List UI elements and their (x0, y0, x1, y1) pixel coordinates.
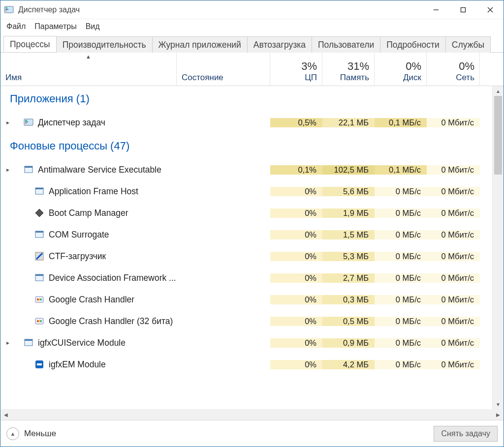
network-value: 0 Мбит/с (427, 118, 480, 127)
scroll-up-icon[interactable]: ▲ (493, 86, 504, 96)
process-name: Google Crash Handler (32 бита) (49, 316, 173, 327)
cpu-value: 0% (270, 209, 322, 218)
horizontal-scrollbar[interactable]: ◀ ▶ (0, 409, 504, 420)
table-row[interactable]: CTF-загрузчик0%5,3 МБ0 МБ/с0 Мбит/с (0, 245, 492, 267)
tab-users[interactable]: Пользователи (312, 36, 380, 53)
process-name: igfxCUIService Module (38, 338, 126, 348)
group-header: Фоновые процессы (47) (0, 133, 492, 159)
col-memory[interactable]: 31%Память (322, 53, 375, 86)
table-row[interactable]: ▸Диспетчер задач0,5%22,1 МБ0,1 МБ/с0 Мби… (0, 112, 492, 133)
app-icon (34, 251, 45, 262)
table-row[interactable]: Google Crash Handler0%0,3 МБ0 МБ/с0 Мбит… (0, 289, 492, 310)
tab-services[interactable]: Службы (445, 36, 491, 53)
cpu-value: 0% (270, 187, 322, 196)
footer: ▲ Меньше Снять задачу (0, 420, 504, 447)
network-value: 0 Мбит/с (427, 209, 480, 218)
memory-value: 1,5 МБ (322, 230, 375, 239)
table-row[interactable]: COM Surrogate0%1,5 МБ0 МБ/с0 Мбит/с (0, 224, 492, 245)
cpu-value: 0% (270, 273, 322, 283)
svg-rect-5 (461, 7, 465, 12)
table-row[interactable]: ▸igfxCUIService Module0%0,9 МБ0 МБ/с0 Мб… (0, 332, 492, 354)
menu-file[interactable]: Файл (3, 21, 29, 32)
process-list: Приложения (1)▸Диспетчер задач0,5%22,1 М… (0, 86, 493, 409)
tab-processes[interactable]: Процессы (3, 36, 57, 52)
memory-value: 22,1 МБ (322, 118, 375, 127)
disk-value: 0,1 МБ/с (375, 118, 427, 127)
tab-startup[interactable]: Автозагрузка (247, 36, 312, 53)
svg-rect-34 (37, 363, 42, 365)
group-header: Приложения (1) (0, 86, 492, 112)
cpu-value: 0,5% (270, 118, 322, 127)
menu-view[interactable]: Вид (83, 21, 103, 32)
col-disk[interactable]: 0%Диск (375, 53, 427, 86)
svg-rect-2 (5, 9, 8, 10)
svg-rect-9 (25, 120, 27, 121)
svg-rect-3 (5, 10, 7, 11)
memory-value: 0,5 МБ (322, 317, 375, 326)
scroll-left-icon[interactable]: ◀ (0, 412, 11, 417)
process-name: COM Surrogate (49, 230, 109, 240)
col-state[interactable]: Состояние (177, 53, 270, 86)
app-icon (34, 229, 45, 240)
end-task-button[interactable]: Снять задачу (434, 426, 498, 442)
disk-value: 0 МБ/с (375, 187, 427, 196)
tab-performance[interactable]: Производительность (56, 36, 153, 53)
col-name[interactable]: ▲ Имя (0, 53, 177, 86)
memory-value: 102,5 МБ (322, 165, 375, 175)
network-value: 0 Мбит/с (427, 360, 480, 369)
expand-icon[interactable]: ▸ (3, 166, 12, 173)
process-name: Application Frame Host (49, 186, 138, 197)
vertical-scrollbar[interactable]: ▲ ▼ (493, 86, 504, 409)
process-name: Antimalware Service Executable (38, 165, 161, 175)
tab-details[interactable]: Подробности (380, 36, 446, 53)
table-row[interactable]: ▸Antimalware Service Executable0,1%102,5… (0, 159, 492, 180)
cpu-value: 0% (270, 360, 322, 369)
app-icon (23, 164, 34, 175)
app-icon (23, 117, 34, 128)
expand-icon[interactable]: ▸ (3, 339, 12, 346)
menu-options[interactable]: Параметры (32, 21, 79, 32)
process-name: CTF-загрузчик (49, 251, 106, 262)
minimize-button[interactable] (422, 0, 449, 19)
svg-rect-13 (25, 166, 32, 168)
scroll-thumb[interactable] (494, 96, 502, 175)
process-name: igfxEM Module (49, 359, 106, 370)
svg-rect-1 (5, 7, 7, 8)
maximize-button[interactable] (449, 0, 476, 19)
svg-rect-22 (35, 274, 43, 276)
expand-icon[interactable]: ▸ (3, 119, 12, 126)
table-row[interactable]: igfxEM Module0%4,2 МБ0 МБ/с0 Мбит/с (0, 354, 492, 375)
memory-value: 2,7 МБ (322, 273, 375, 283)
table-row[interactable]: Application Frame Host0%5,6 МБ0 МБ/с0 Мб… (0, 180, 492, 202)
fewer-details-button[interactable]: ▲ Меньше (6, 427, 56, 440)
col-cpu[interactable]: 3%ЦП (270, 53, 322, 86)
disk-value: 0 МБ/с (375, 338, 427, 348)
scroll-right-icon[interactable]: ▶ (493, 412, 504, 417)
memory-value: 5,3 МБ (322, 252, 375, 261)
titlebar: Диспетчер задач (0, 0, 504, 19)
tab-apphistory[interactable]: Журнал приложений (152, 36, 248, 53)
app-icon (34, 294, 45, 305)
app-icon (23, 337, 34, 348)
memory-value: 0,9 МБ (322, 338, 375, 348)
network-value: 0 Мбит/с (427, 273, 480, 283)
close-button[interactable] (476, 0, 504, 19)
disk-value: 0 МБ/с (375, 252, 427, 261)
cpu-value: 0% (270, 317, 322, 326)
table-row[interactable]: Google Crash Handler (32 бита)0%0,5 МБ0 … (0, 310, 492, 332)
col-network[interactable]: 0%Сеть (427, 53, 480, 86)
cpu-value: 0% (270, 295, 322, 304)
svg-rect-10 (25, 121, 28, 122)
table-row[interactable]: Device Association Framework ...0%2,7 МБ… (0, 267, 492, 289)
disk-value: 0 МБ/с (375, 209, 427, 218)
network-value: 0 Мбит/с (427, 317, 480, 326)
scroll-down-icon[interactable]: ▼ (493, 399, 504, 409)
memory-value: 1,9 МБ (322, 209, 375, 218)
disk-value: 0 МБ/с (375, 295, 427, 304)
process-name: Device Association Framework ... (49, 273, 176, 283)
cpu-value: 0,1% (270, 165, 322, 175)
network-value: 0 Мбит/с (427, 338, 480, 348)
tabstrip: Процессы Производительность Журнал прило… (0, 34, 504, 53)
taskmgr-icon (3, 4, 14, 15)
table-row[interactable]: Boot Camp Manager0%1,9 МБ0 МБ/с0 Мбит/с (0, 202, 492, 224)
